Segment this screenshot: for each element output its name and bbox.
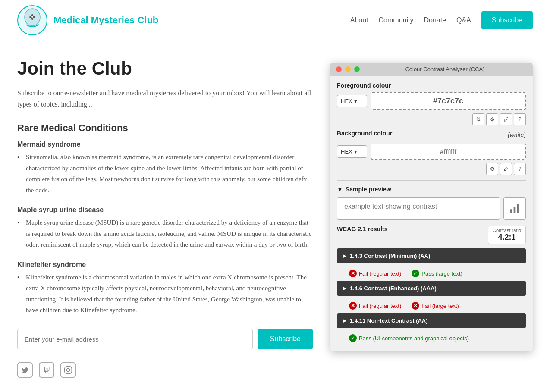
- cca-aaa-fail-regular: ✕ Fail (regular text): [349, 302, 401, 310]
- cca-bg-eyedropper-icon[interactable]: 🖊: [500, 163, 512, 175]
- svg-point-4: [31, 16, 33, 18]
- condition-mermaid: Mermaid syndrome Sirenomelia, also known…: [17, 141, 313, 196]
- cca-aa-pass-large-label: Pass (large text): [421, 270, 462, 277]
- cca-aaa-fail-large: ✕ Fail (large text): [412, 302, 459, 310]
- cca-chart-icon: [503, 197, 526, 220]
- cca-fg-value[interactable]: #7c7c7c: [371, 92, 526, 110]
- cca-bg-value[interactable]: #ffffff: [371, 144, 526, 160]
- cca-contrast-value: 4.2:1: [493, 233, 521, 242]
- cca-bg-white-label: (white): [508, 132, 526, 138]
- cca-aa-fail-regular-icon: ✕: [349, 270, 357, 277]
- cca-nontext-pass-ui-icon: ✓: [349, 334, 357, 342]
- instagram-icon[interactable]: [60, 362, 76, 378]
- cca-aaa-fail-large-icon: ✕: [412, 302, 419, 310]
- cca-nontext-pass-ui-label: Pass (UI components and graphical object…: [359, 335, 469, 342]
- cca-bg-format-chevron: ▾: [354, 148, 357, 155]
- cca-example-text: example text showing contrast: [337, 197, 500, 220]
- cca-bg-help-icon[interactable]: ?: [514, 163, 526, 175]
- email-input[interactable]: [17, 329, 253, 349]
- cca-body: Foreground colour HEX ▾ #7c7c7c ⇅ ⚙ 🖊 ? …: [330, 76, 533, 351]
- nav-qa[interactable]: Q&A: [456, 16, 471, 24]
- cca-aa-pass-large: ✓ Pass (large text): [412, 270, 462, 277]
- cca-fg-sort-icon[interactable]: ⇅: [472, 113, 484, 125]
- cca-fg-format-value: HEX: [341, 98, 352, 104]
- condition-mermaid-desc: Sirenomelia, also known as mermaid syndr…: [17, 152, 313, 196]
- cca-fg-help-icon[interactable]: ?: [514, 113, 526, 125]
- cca-result-nontext-label: 1.4.11 Non-text Contrast (AA): [350, 317, 428, 324]
- cca-sample-label: Sample preview: [346, 186, 391, 193]
- cca-aa-fail-regular: ✕ Fail (regular text): [349, 270, 401, 277]
- cca-fg-format-chevron: ▾: [354, 98, 357, 104]
- cca-nontext-pass: ✓ Pass (UI components and graphical obje…: [337, 331, 526, 345]
- social-icons: [17, 362, 313, 378]
- cca-fg-label: Foreground colour: [337, 82, 526, 89]
- page-title: Join the Club: [17, 58, 313, 79]
- cca-nontext-pass-ui: ✓ Pass (UI components and graphical obje…: [349, 334, 469, 342]
- condition-klinefelter-desc: Klinefelter syndrome is a chromosomal va…: [17, 272, 313, 316]
- cca-sample-triangle: ▼: [337, 186, 343, 193]
- cca-sample-header: ▼ Sample preview: [337, 186, 526, 193]
- logo-title: Medical Mysteries Club: [53, 15, 158, 26]
- cca-fg-row: HEX ▾ #7c7c7c: [337, 92, 526, 110]
- cca-result-aaa-label: 1.4.6 Contrast (Enhanced) (AAA): [350, 285, 437, 292]
- email-subscribe-button[interactable]: Subscribe: [258, 329, 313, 349]
- main-wrapper: Join the Club Subscribe to our e-newslet…: [0, 41, 550, 392]
- svg-rect-7: [517, 204, 519, 213]
- cca-fg-sliders-icon[interactable]: ⚙: [486, 113, 498, 125]
- cca-fg-tools: ⇅ ⚙ 🖊 ?: [337, 113, 526, 125]
- intro-text: Subscribe to our e-newsletter and have m…: [17, 88, 313, 110]
- cca-bg-row: HEX ▾ #ffffff: [337, 144, 526, 160]
- cca-aaa-fail-regular-label: Fail (regular text): [359, 303, 401, 309]
- main-nav: About Community Donate Q&A Subscribe: [350, 11, 533, 29]
- cca-wcag-header: WCAG 2.1 results Contrast ratio 4.2:1: [337, 226, 526, 244]
- nav-donate[interactable]: Donate: [424, 16, 446, 24]
- logo-area: Medical Mysteries Club: [17, 5, 158, 35]
- cca-contrast-label: Contrast ratio: [493, 228, 521, 233]
- cca-contrast-box: Contrast ratio 4.2:1: [488, 226, 526, 244]
- cca-fg-eyedropper-icon[interactable]: 🖊: [500, 113, 512, 125]
- cca-divider-1: [337, 180, 526, 181]
- cca-panel-title: Colour Contrast Analyser (CCA): [363, 66, 527, 72]
- cca-result-aaa-triangle: ▶: [343, 286, 346, 291]
- cca-titlebar: Colour Contrast Analyser (CCA): [330, 63, 533, 76]
- condition-klinefelter: Klinefelter syndrome Klinefelter syndrom…: [17, 261, 313, 316]
- cca-result-aa-row[interactable]: ▶ 1.4.3 Contrast (Minimum) (AA): [337, 248, 526, 263]
- cca-dot-green: [354, 66, 360, 72]
- cca-result-nontext-triangle: ▶: [343, 318, 346, 323]
- nav-about[interactable]: About: [350, 16, 368, 24]
- cca-aa-pass-fail: ✕ Fail (regular text) ✓ Pass (large text…: [337, 266, 526, 281]
- cca-bg-sliders-icon[interactable]: ⚙: [486, 163, 498, 175]
- section-title: Rare Medical Conditions: [17, 122, 313, 134]
- cca-aa-pass-large-icon: ✓: [412, 270, 419, 277]
- condition-klinefelter-title: Klinefelter syndrome: [17, 261, 313, 269]
- condition-mermaid-title: Mermaid syndrome: [17, 141, 313, 148]
- cca-fg-format-select[interactable]: HEX ▾: [337, 95, 367, 107]
- cca-sample-preview: example text showing contrast: [337, 197, 526, 220]
- cca-bg-tools: ⚙ 🖊 ?: [337, 163, 526, 175]
- cca-result-aa-triangle: ▶: [343, 254, 346, 258]
- svg-rect-5: [510, 209, 512, 213]
- cca-wcag-title: WCAG 2.1 results: [337, 226, 387, 232]
- cca-dot-red: [336, 66, 342, 72]
- twitch-icon[interactable]: [39, 362, 54, 378]
- cca-result-nontext-row[interactable]: ▶ 1.4.11 Non-text Contrast (AA): [337, 313, 526, 328]
- nav-community[interactable]: Community: [379, 16, 414, 24]
- twitter-icon[interactable]: [17, 362, 33, 378]
- condition-msud: Maple syrup urine disease Maple syrup ur…: [17, 206, 313, 251]
- cca-bg-header: Background colour (white): [337, 130, 526, 140]
- svg-rect-6: [514, 207, 516, 213]
- cca-dot-yellow: [345, 66, 351, 72]
- logo-icon: [17, 5, 47, 35]
- content-area: Join the Club Subscribe to our e-newslet…: [17, 58, 313, 378]
- cca-aaa-fail-regular-icon: ✕: [349, 302, 357, 310]
- condition-msud-title: Maple syrup urine disease: [17, 206, 313, 214]
- cca-aaa-fail-large-label: Fail (large text): [421, 303, 459, 309]
- condition-msud-desc: Maple syrup urine disease (MSUD) is a ra…: [17, 217, 313, 251]
- cca-bg-label: Background colour: [337, 130, 392, 137]
- nav-subscribe-button[interactable]: Subscribe: [481, 11, 533, 29]
- email-form: Subscribe: [17, 329, 313, 349]
- cca-aa-fail-regular-label: Fail (regular text): [359, 270, 401, 277]
- cca-panel: Colour Contrast Analyser (CCA) Foregroun…: [330, 63, 533, 351]
- cca-result-aaa-row[interactable]: ▶ 1.4.6 Contrast (Enhanced) (AAA): [337, 281, 526, 296]
- cca-bg-format-select[interactable]: HEX ▾: [337, 145, 367, 158]
